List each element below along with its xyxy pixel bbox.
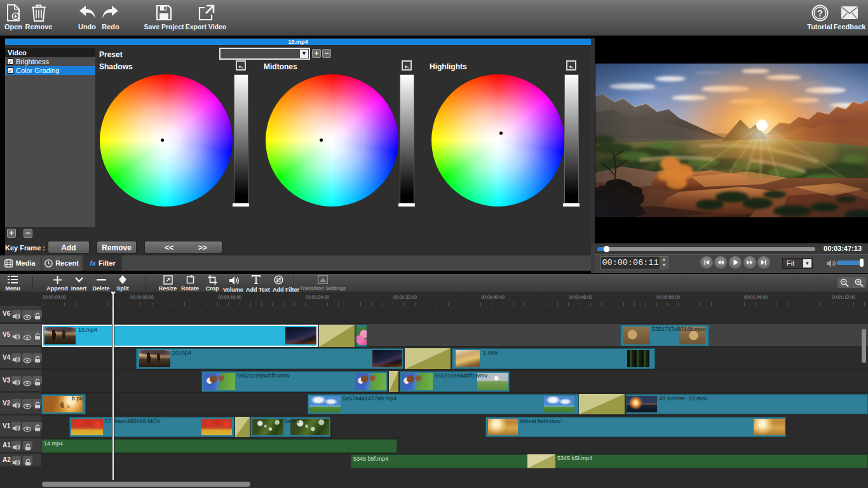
- svg-text:?: ?: [817, 8, 823, 18]
